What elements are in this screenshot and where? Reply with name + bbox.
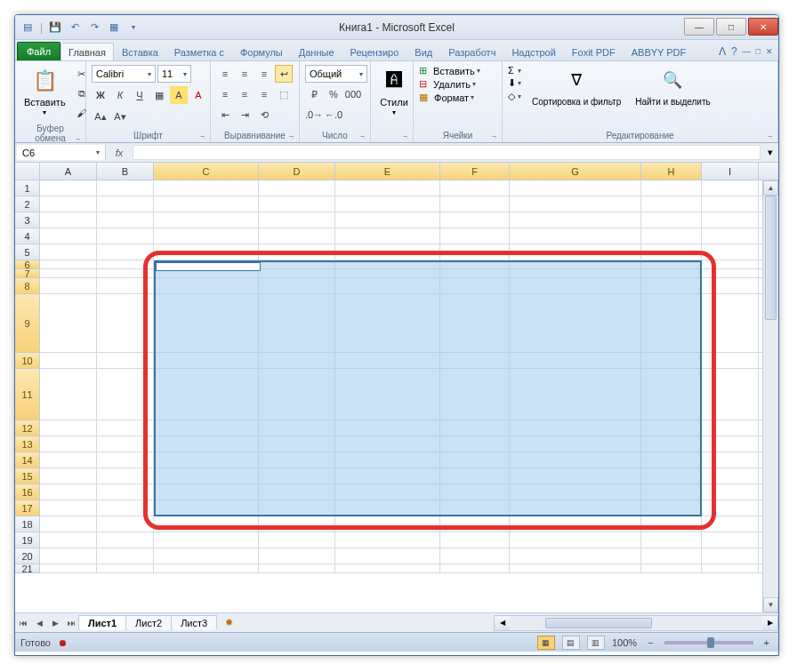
hscroll-thumb[interactable] xyxy=(545,618,652,628)
table-row[interactable] xyxy=(40,353,762,369)
sheet-nav-first-icon[interactable]: ⏮ xyxy=(15,615,31,631)
table-row[interactable] xyxy=(40,548,762,564)
select-all-corner[interactable] xyxy=(15,163,40,180)
row-header-14[interactable]: 14 xyxy=(15,452,40,468)
row-header-11[interactable]: 11 xyxy=(15,369,40,420)
tab-надстрой[interactable]: Надстрой xyxy=(503,43,563,60)
redo-icon[interactable]: ↷ xyxy=(87,20,101,35)
row-header-12[interactable]: 12 xyxy=(15,420,40,436)
sort-filter-button[interactable]: ᐁ Сортировка и фильтр xyxy=(528,65,624,108)
minimize-ribbon-icon[interactable]: ᐱ xyxy=(719,45,726,58)
tab-file[interactable]: Файл xyxy=(17,42,60,60)
wrap-text-icon[interactable]: ↩ xyxy=(275,65,293,83)
tab-abbyy pdf[interactable]: ABBYY PDF xyxy=(624,43,695,60)
worksheet-grid[interactable]: ABCDEFGHI 123456789101112131415161718192… xyxy=(15,163,778,612)
table-row[interactable] xyxy=(40,212,762,228)
minimize-button[interactable]: — xyxy=(684,18,714,36)
doc-restore-icon[interactable]: □ xyxy=(756,47,761,56)
maximize-button[interactable]: □ xyxy=(716,18,746,36)
row-header-17[interactable]: 17 xyxy=(15,500,40,516)
row-header-18[interactable]: 18 xyxy=(15,516,40,532)
tab-разработч[interactable]: Разработч xyxy=(440,43,503,60)
font-color-icon[interactable]: A xyxy=(189,86,207,104)
table-row[interactable] xyxy=(40,564,762,573)
table-row[interactable] xyxy=(40,420,762,436)
view-page-layout-icon[interactable]: ▤ xyxy=(562,636,580,650)
scroll-right-icon[interactable]: ▶ xyxy=(762,616,777,630)
save-icon[interactable]: 💾 xyxy=(48,20,62,35)
fx-button[interactable]: fx xyxy=(111,145,127,161)
align-right-icon[interactable]: ≡ xyxy=(255,85,273,103)
align-bottom-icon[interactable]: ≡ xyxy=(255,65,273,83)
table-row[interactable] xyxy=(40,196,762,212)
tab-разметка с[interactable]: Разметка с xyxy=(166,43,232,60)
row-header-3[interactable]: 3 xyxy=(15,212,40,228)
paste-button[interactable]: 📋 Вставить ▾ xyxy=(20,65,69,119)
orientation-icon[interactable]: ⟲ xyxy=(255,106,273,124)
zoom-out-button[interactable]: − xyxy=(644,637,656,648)
doc-close-icon[interactable]: ✕ xyxy=(766,47,773,56)
align-left-icon[interactable]: ≡ xyxy=(216,85,234,103)
row-header-9[interactable]: 9 xyxy=(15,294,40,353)
customize-icon[interactable]: ▦ xyxy=(107,20,121,35)
table-row[interactable] xyxy=(40,468,762,484)
row-header-5[interactable]: 5 xyxy=(15,244,40,260)
column-header-H[interactable]: H xyxy=(641,163,702,180)
column-header-C[interactable]: C xyxy=(154,163,259,180)
tab-foxit pdf[interactable]: Foxit PDF xyxy=(564,43,624,60)
scroll-down-icon[interactable]: ▼ xyxy=(763,597,778,612)
zoom-level[interactable]: 100% xyxy=(612,637,637,648)
undo-icon[interactable]: ↶ xyxy=(68,20,82,35)
row-header-2[interactable]: 2 xyxy=(15,196,40,212)
table-row[interactable] xyxy=(40,260,762,269)
row-header-1[interactable]: 1 xyxy=(15,180,40,196)
find-select-button[interactable]: 🔍 Найти и выделить xyxy=(632,65,713,108)
insert-cells-button[interactable]: ⊞ Вставить▾ xyxy=(419,65,480,76)
align-top-icon[interactable]: ≡ xyxy=(216,65,234,83)
column-header-G[interactable]: G xyxy=(510,163,641,180)
table-row[interactable] xyxy=(40,516,762,532)
zoom-slider[interactable] xyxy=(664,641,753,644)
autosum-button[interactable]: Σ▾ xyxy=(508,65,521,76)
macro-record-icon[interactable]: ⏺ xyxy=(58,637,68,648)
column-header-B[interactable]: B xyxy=(97,163,154,180)
view-normal-icon[interactable]: ▦ xyxy=(537,636,555,650)
cells-area[interactable] xyxy=(40,180,762,612)
decrease-decimal-icon[interactable]: ←.0 xyxy=(325,106,342,124)
styles-button[interactable]: 🅰 Стили ▾ xyxy=(376,65,412,119)
table-row[interactable] xyxy=(40,436,762,452)
currency-icon[interactable]: ₽ xyxy=(305,85,323,103)
border-icon[interactable]: ▦ xyxy=(150,86,168,104)
table-row[interactable] xyxy=(40,180,762,196)
row-header-19[interactable]: 19 xyxy=(15,532,40,548)
fill-color-icon[interactable]: A xyxy=(170,86,188,104)
row-header-20[interactable]: 20 xyxy=(15,548,40,564)
delete-cells-button[interactable]: ⊟ Удалить▾ xyxy=(419,78,476,90)
table-row[interactable] xyxy=(40,500,762,516)
align-middle-icon[interactable]: ≡ xyxy=(236,65,254,83)
scroll-left-icon[interactable]: ◀ xyxy=(495,616,510,630)
tab-формулы[interactable]: Формулы xyxy=(232,43,291,60)
tab-рецензиро[interactable]: Рецензиро xyxy=(342,43,407,60)
sheet-nav-next-icon[interactable]: ▶ xyxy=(47,615,63,631)
tab-вид[interactable]: Вид xyxy=(407,43,440,60)
comma-icon[interactable]: 000 xyxy=(344,85,362,103)
row-header-10[interactable]: 10 xyxy=(15,353,40,369)
scroll-up-icon[interactable]: ▲ xyxy=(763,180,778,196)
clear-button[interactable]: ◇▾ xyxy=(508,91,521,102)
underline-button[interactable]: Ч xyxy=(131,86,149,104)
bold-button[interactable]: Ж xyxy=(92,86,109,104)
row-header-4[interactable]: 4 xyxy=(15,228,40,244)
decrease-font-icon[interactable]: A▾ xyxy=(111,108,129,125)
qat-dropdown-icon[interactable]: ▾ xyxy=(126,20,141,35)
sheet-tab-Лист1[interactable]: Лист1 xyxy=(78,615,126,630)
table-row[interactable] xyxy=(40,278,762,294)
table-row[interactable] xyxy=(40,294,762,353)
table-row[interactable] xyxy=(40,269,762,278)
tab-данные[interactable]: Данные xyxy=(291,43,342,60)
vscroll-thumb[interactable] xyxy=(765,196,777,320)
vertical-scrollbar[interactable]: ▲ ▼ xyxy=(762,180,778,612)
tab-вставка[interactable]: Вставка xyxy=(114,43,166,60)
row-header-8[interactable]: 8 xyxy=(15,278,40,294)
percent-icon[interactable]: % xyxy=(325,85,342,103)
